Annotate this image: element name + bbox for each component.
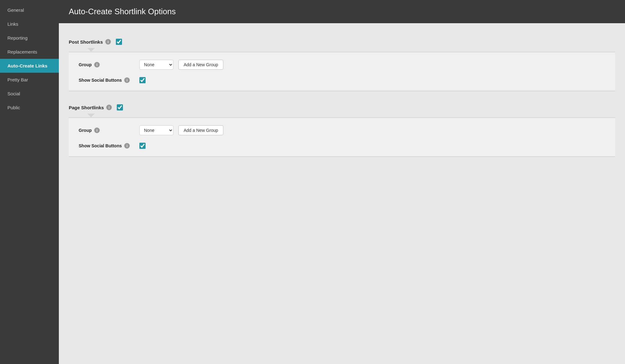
page-shortlinks-social-checkbox[interactable] xyxy=(139,143,146,149)
post-shortlinks-checkbox-wrap xyxy=(116,39,122,45)
post-shortlinks-social-label: Show Social Buttons i xyxy=(79,77,134,83)
post-shortlinks-social-info-icon[interactable]: i xyxy=(124,77,130,83)
page-shortlinks-group-row: Group i None Add a New Group xyxy=(79,125,605,135)
main-content: Auto-Create Shortlink Options Post Short… xyxy=(59,0,625,364)
post-shortlinks-row: Post Shortlinks i xyxy=(69,32,615,48)
page-shortlinks-checkbox-wrap xyxy=(117,104,123,110)
sidebar-item-public[interactable]: Public xyxy=(0,101,59,115)
post-shortlinks-add-group-button[interactable]: Add a New Group xyxy=(178,60,223,70)
page-shortlinks-group-label: Group i xyxy=(79,128,134,133)
sidebar-item-pretty-bar[interactable]: Pretty Bar xyxy=(0,73,59,87)
post-shortlinks-label: Post Shortlinks i xyxy=(69,39,111,45)
page-shortlinks-social-label: Show Social Buttons i xyxy=(79,143,134,149)
page-shortlinks-social-checkbox-wrap xyxy=(139,143,146,149)
page-shortlinks-checkbox[interactable] xyxy=(117,104,123,110)
sidebar: General Links Reporting Replacements Aut… xyxy=(0,0,59,364)
post-shortlinks-group-info-icon[interactable]: i xyxy=(94,62,100,67)
page-shortlinks-subpanel: Group i None Add a New Group Show Social… xyxy=(69,117,615,157)
page-shortlinks-group-select[interactable]: None xyxy=(139,125,173,135)
page-shortlinks-row: Page Shortlinks i xyxy=(69,98,615,114)
page-shortlinks-group-info-icon[interactable]: i xyxy=(94,128,100,133)
sidebar-item-links[interactable]: Links xyxy=(0,17,59,31)
sidebar-item-social[interactable]: Social xyxy=(0,87,59,101)
post-shortlinks-subpanel: Group i None Add a New Group Show Social… xyxy=(69,52,615,91)
post-shortlinks-group-select[interactable]: None xyxy=(139,60,173,70)
post-shortlinks-group-row: Group i None Add a New Group xyxy=(79,60,605,70)
page-shortlinks-add-group-button[interactable]: Add a New Group xyxy=(178,125,223,135)
sidebar-item-reporting[interactable]: Reporting xyxy=(0,31,59,45)
post-shortlinks-social-row: Show Social Buttons i xyxy=(79,77,605,83)
page-shortlinks-label: Page Shortlinks i xyxy=(69,105,112,110)
post-shortlinks-group-label: Group i xyxy=(79,62,134,67)
page-shortlinks-social-info-icon[interactable]: i xyxy=(124,143,130,149)
sidebar-item-replacements[interactable]: Replacements xyxy=(0,45,59,59)
page-header: Auto-Create Shortlink Options xyxy=(59,0,625,23)
post-shortlinks-checkbox[interactable] xyxy=(116,39,122,45)
sidebar-item-auto-create-links[interactable]: Auto-Create Links xyxy=(0,59,59,73)
content-area: Post Shortlinks i Group i None Add a New… xyxy=(59,23,625,172)
post-shortlinks-social-checkbox-wrap xyxy=(139,77,146,83)
page-shortlinks-arrow xyxy=(87,114,95,117)
sidebar-item-general[interactable]: General xyxy=(0,3,59,17)
post-shortlinks-social-checkbox[interactable] xyxy=(139,77,146,83)
post-shortlinks-arrow xyxy=(87,48,95,52)
page-shortlinks-info-icon[interactable]: i xyxy=(106,105,112,110)
page-shortlinks-social-row: Show Social Buttons i xyxy=(79,143,605,149)
post-shortlinks-info-icon[interactable]: i xyxy=(105,39,111,45)
page-title: Auto-Create Shortlink Options xyxy=(69,7,615,16)
